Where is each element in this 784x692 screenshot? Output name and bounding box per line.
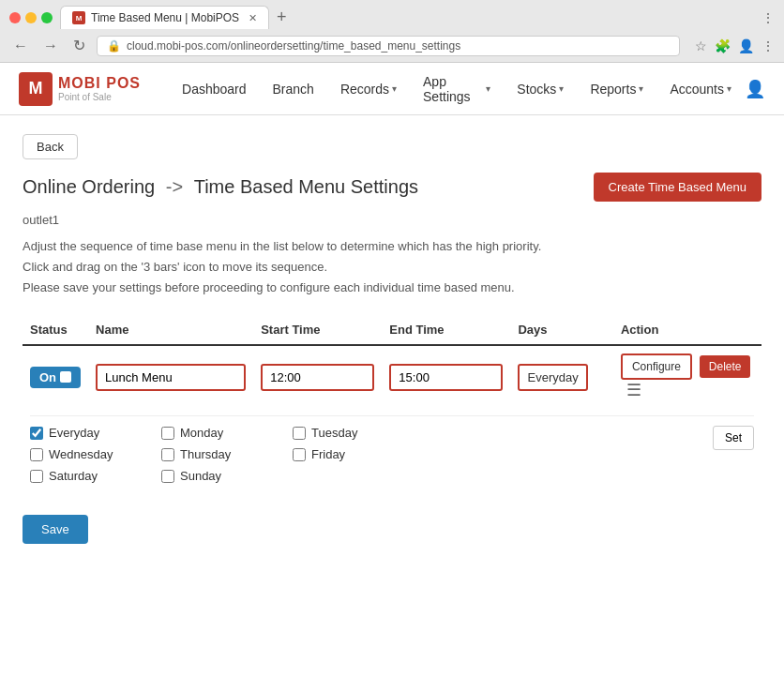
instruction-line-2: Click and drag on the '3 bars' icon to m… <box>23 257 761 278</box>
navbar: M MOBI POS Point of Sale Dashboard Branc… <box>0 63 784 115</box>
day-tuesday-checkbox[interactable] <box>293 427 306 440</box>
status-cell: On <box>23 345 88 408</box>
browser-options-icon[interactable]: ⋮ <box>761 38 775 53</box>
nav-reports-label: Reports <box>590 82 636 97</box>
end-time-cell <box>382 345 510 408</box>
status-toggle[interactable]: On <box>30 367 81 388</box>
address-bar[interactable]: 🔒 cloud.mobi-pos.com/onlineordersetting/… <box>97 36 680 56</box>
breadcrumb-arrow: -> <box>166 176 188 197</box>
tab-close-icon[interactable]: ✕ <box>249 12 257 24</box>
day-monday-label: Monday <box>180 426 223 440</box>
start-time-input[interactable] <box>261 364 374 391</box>
reports-dropdown-arrow: ▾ <box>639 83 643 94</box>
name-input[interactable] <box>96 364 246 391</box>
day-monday[interactable]: Monday <box>161 426 293 440</box>
nav-reports[interactable]: Reports ▾ <box>577 63 656 115</box>
logo-letter: M <box>29 79 43 98</box>
breadcrumb-parent: Online Ordering <box>23 176 155 197</box>
nav-app-settings[interactable]: App Settings ▾ <box>410 63 504 115</box>
drag-handle-icon[interactable]: ☰ <box>626 381 641 399</box>
days-col-2: Tuesday Friday <box>293 426 424 461</box>
day-saturday-checkbox[interactable] <box>30 470 43 483</box>
menu-table: Status Name Start Time End Time Days Act… <box>23 315 761 500</box>
tab-title: Time Based Menu | MobiPOS <box>91 11 239 24</box>
save-button[interactable]: Save <box>23 515 88 544</box>
instruction-line-1: Adjust the sequence of time base menu in… <box>23 236 761 257</box>
day-wednesday-label: Wednesday <box>49 447 113 461</box>
outlet-label: outlet1 <box>23 213 761 227</box>
accounts-dropdown-arrow: ▾ <box>727 83 731 94</box>
logo: M MOBI POS Point of Sale <box>19 72 141 106</box>
table-header: Status Name Start Time End Time Days Act… <box>23 315 761 345</box>
browser-menu-button[interactable]: ⋮ <box>761 10 775 25</box>
logo-icon: M <box>19 72 53 106</box>
day-wednesday-checkbox[interactable] <box>30 448 43 461</box>
end-time-input[interactable] <box>389 364 503 391</box>
delete-button[interactable]: Delete <box>700 355 751 378</box>
forward-nav-button[interactable]: → <box>39 36 62 56</box>
nav-records[interactable]: Records ▾ <box>327 63 410 115</box>
table-body: On Everyday <box>23 345 761 500</box>
stocks-dropdown-arrow: ▾ <box>559 83 564 94</box>
day-saturday-label: Saturday <box>49 469 98 483</box>
day-sunday[interactable]: Sunday <box>161 469 293 483</box>
day-wednesday[interactable]: Wednesday <box>30 447 161 461</box>
nav-stocks[interactable]: Stocks ▾ <box>504 63 577 115</box>
start-time-cell <box>253 345 382 408</box>
app-container: M MOBI POS Point of Sale Dashboard Branc… <box>0 63 784 692</box>
nav-items: Dashboard Branch Records ▾ App Settings … <box>169 63 745 115</box>
name-cell <box>88 345 253 408</box>
header-status: Status <box>23 315 88 345</box>
back-nav-button[interactable]: ← <box>9 36 32 56</box>
new-tab-button[interactable]: + <box>273 6 291 29</box>
day-friday-label: Friday <box>311 447 345 461</box>
nav-dashboard[interactable]: Dashboard <box>169 63 260 115</box>
url-text: cloud.mobi-pos.com/onlineordersetting/ti… <box>127 39 460 53</box>
profile-icon[interactable]: 👤 <box>738 38 754 53</box>
days-cell: Everyday <box>510 345 612 408</box>
day-everyday[interactable]: Everyday <box>30 426 161 440</box>
days-picker-row: Everyday Wednesday Saturday <box>23 408 761 500</box>
header-days: Days <box>510 315 612 345</box>
page-title: Online Ordering -> Time Based Menu Setti… <box>23 176 418 198</box>
day-monday-checkbox[interactable] <box>161 427 174 440</box>
day-tuesday-label: Tuesday <box>311 426 357 440</box>
logo-subtitle: Point of Sale <box>58 92 141 102</box>
header-start-time: Start Time <box>253 315 382 345</box>
nav-accounts[interactable]: Accounts ▾ <box>656 63 745 115</box>
day-everyday-checkbox[interactable] <box>30 427 43 440</box>
day-friday[interactable]: Friday <box>293 447 424 461</box>
maximize-traffic-light[interactable] <box>41 12 53 23</box>
records-dropdown-arrow: ▾ <box>392 83 397 94</box>
browser-controls: ← → ↻ 🔒 cloud.mobi-pos.com/onlineorderse… <box>9 35 775 56</box>
day-thursday-checkbox[interactable] <box>161 448 174 461</box>
day-sunday-checkbox[interactable] <box>161 470 174 483</box>
day-sunday-label: Sunday <box>180 469 221 483</box>
traffic-lights <box>9 12 53 23</box>
create-time-based-menu-button[interactable]: Create Time Based Menu <box>594 173 761 202</box>
minimize-traffic-light[interactable] <box>25 12 37 23</box>
lock-icon: 🔒 <box>107 39 121 53</box>
user-icon[interactable]: 👤 <box>745 79 765 99</box>
extensions-icon[interactable]: 🧩 <box>715 38 731 53</box>
day-thursday[interactable]: Thursday <box>161 447 293 461</box>
days-picker-cell: Everyday Wednesday Saturday <box>23 408 761 500</box>
reload-button[interactable]: ↻ <box>69 35 89 56</box>
nav-stocks-label: Stocks <box>517 82 556 97</box>
set-button[interactable]: Set <box>713 426 754 450</box>
close-traffic-light[interactable] <box>9 12 21 23</box>
tab-favicon: M <box>72 11 85 24</box>
day-everyday-label: Everyday <box>49 426 99 440</box>
configure-button[interactable]: Configure <box>621 354 692 380</box>
day-tuesday[interactable]: Tuesday <box>293 426 424 440</box>
header-name: Name <box>88 315 253 345</box>
tab-bar: M Time Based Menu | MobiPOS ✕ + ⋮ <box>9 6 775 29</box>
nav-app-settings-label: App Settings <box>423 74 483 104</box>
active-tab[interactable]: M Time Based Menu | MobiPOS ✕ <box>60 6 269 29</box>
back-button[interactable]: Back <box>23 134 78 159</box>
bookmark-icon[interactable]: ☆ <box>695 38 707 53</box>
day-friday-checkbox[interactable] <box>293 448 306 461</box>
day-saturday[interactable]: Saturday <box>30 469 161 483</box>
nav-branch[interactable]: Branch <box>260 63 327 115</box>
browser-chrome: M Time Based Menu | MobiPOS ✕ + ⋮ ← → ↻ … <box>0 0 784 63</box>
